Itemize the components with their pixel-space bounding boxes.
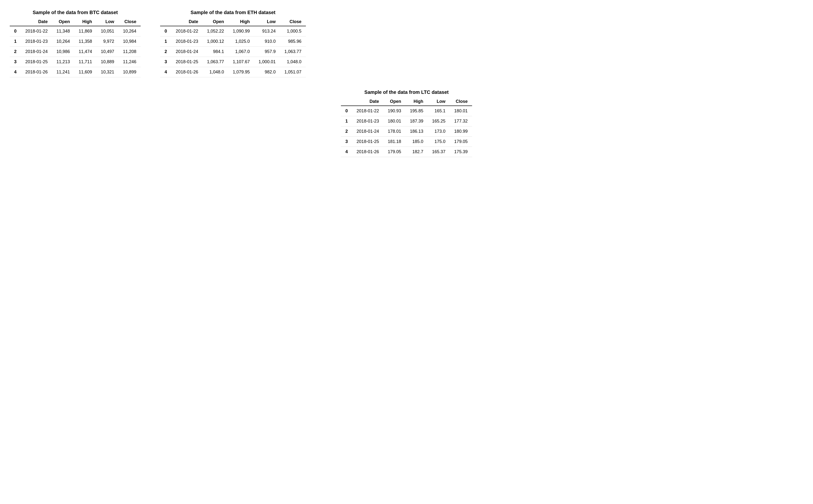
eth-header-row: Date Open High Low Close: [160, 18, 306, 26]
table-cell: 180.01: [383, 116, 405, 126]
table-cell: 11,213: [52, 57, 74, 67]
eth-col-idx: [160, 18, 171, 26]
table-cell: 1,107.67: [229, 57, 254, 67]
table-cell: 1,079.95: [229, 67, 254, 77]
table-cell: 2018-01-22: [352, 106, 383, 116]
table-row: 12018-01-231,000.121,025.0910.0985.96: [160, 36, 306, 47]
table-cell: 2018-01-22: [171, 26, 202, 36]
table-cell: 165.37: [428, 147, 450, 157]
table-cell: 2018-01-26: [352, 147, 383, 157]
table-cell: 2018-01-26: [21, 67, 52, 77]
ltc-title: Sample of the data from LTC dataset: [364, 89, 448, 95]
table-cell: 10,051: [96, 26, 118, 36]
table-cell: 10,497: [96, 47, 118, 57]
table-cell: 913.24: [254, 26, 280, 36]
table-cell: 3: [341, 137, 352, 147]
table-cell: 10,321: [96, 67, 118, 77]
table-cell: 2018-01-24: [21, 47, 52, 57]
table-cell: 1: [341, 116, 352, 126]
table-cell: 3: [10, 57, 21, 67]
btc-tbody: 02018-01-2211,34811,86910,05110,26412018…: [10, 26, 141, 77]
table-cell: 11,609: [74, 67, 96, 77]
table-cell: 11,246: [118, 57, 141, 67]
table-row: 42018-01-261,048.01,079.95982.01,051.07: [160, 67, 306, 77]
btc-col-high: High: [74, 18, 96, 26]
table-cell: 165.25: [428, 116, 450, 126]
table-cell: 4: [160, 67, 171, 77]
ltc-col-idx: [341, 97, 352, 106]
table-cell: 1,063.77: [280, 47, 306, 57]
table-cell: 910.0: [254, 36, 280, 47]
table-cell: 0: [160, 26, 171, 36]
table-cell: 182.7: [405, 147, 428, 157]
table-cell: 2018-01-25: [171, 57, 202, 67]
eth-section: Sample of the data from ETH dataset Date…: [160, 10, 306, 77]
table-row: 32018-01-2511,21311,71110,88911,246: [10, 57, 141, 67]
table-cell: 11,348: [52, 26, 74, 36]
table-cell: 1,052.22: [202, 26, 228, 36]
table-row: 02018-01-2211,34811,86910,05110,264: [10, 26, 141, 36]
table-cell: 9,972: [96, 36, 118, 47]
table-cell: 10,889: [96, 57, 118, 67]
eth-col-close: Close: [280, 18, 306, 26]
eth-title: Sample of the data from ETH dataset: [190, 10, 276, 15]
table-cell: 185.0: [405, 137, 428, 147]
btc-col-date: Date: [21, 18, 52, 26]
table-cell: 1,048.0: [280, 57, 306, 67]
table-cell: 985.96: [280, 36, 306, 47]
ltc-section: Sample of the data from LTC dataset Date…: [341, 89, 472, 157]
table-cell: 179.05: [450, 137, 472, 147]
table-cell: 187.39: [405, 116, 428, 126]
table-cell: 2018-01-23: [352, 116, 383, 126]
table-cell: 2018-01-26: [171, 67, 202, 77]
table-cell: 4: [10, 67, 21, 77]
table-cell: 10,264: [118, 26, 141, 36]
eth-col-open: Open: [202, 18, 228, 26]
table-cell: 173.0: [428, 126, 450, 137]
table-row: 02018-01-22190.93195.85165.1180.01: [341, 106, 472, 116]
bottom-row: Sample of the data from LTC dataset Date…: [10, 89, 803, 157]
table-cell: 3: [160, 57, 171, 67]
ltc-tbody: 02018-01-22190.93195.85165.1180.0112018-…: [341, 106, 472, 157]
btc-header-row: Date Open High Low Close: [10, 18, 141, 26]
table-cell: 181.18: [383, 137, 405, 147]
table-cell: 2018-01-25: [352, 137, 383, 147]
top-row: Sample of the data from BTC dataset Date…: [10, 10, 803, 77]
btc-col-idx: [10, 18, 21, 26]
table-row: 32018-01-251,063.771,107.671,000.011,048…: [160, 57, 306, 67]
table-cell: 1: [160, 36, 171, 47]
table-cell: 0: [10, 26, 21, 36]
eth-table: Date Open High Low Close 02018-01-221,05…: [160, 18, 306, 77]
table-cell: 2018-01-23: [21, 36, 52, 47]
table-row: 32018-01-25181.18185.0175.0179.05: [341, 137, 472, 147]
ltc-col-close: Close: [450, 97, 472, 106]
table-cell: 4: [341, 147, 352, 157]
table-cell: 10,899: [118, 67, 141, 77]
eth-col-date: Date: [171, 18, 202, 26]
table-cell: 2: [160, 47, 171, 57]
eth-tbody: 02018-01-221,052.221,090.99913.241,000.5…: [160, 26, 306, 77]
btc-col-open: Open: [52, 18, 74, 26]
table-cell: 1,000.01: [254, 57, 280, 67]
eth-col-low: Low: [254, 18, 280, 26]
table-cell: 1,025.0: [229, 36, 254, 47]
ltc-col-date: Date: [352, 97, 383, 106]
btc-section: Sample of the data from BTC dataset Date…: [10, 10, 141, 77]
ltc-col-low: Low: [428, 97, 450, 106]
eth-col-high: High: [229, 18, 254, 26]
ltc-col-open: Open: [383, 97, 405, 106]
ltc-table: Date Open High Low Close 02018-01-22190.…: [341, 97, 472, 157]
table-cell: 10,984: [118, 36, 141, 47]
table-row: 42018-01-2611,24111,60910,32110,899: [10, 67, 141, 77]
ltc-header-row: Date Open High Low Close: [341, 97, 472, 106]
table-cell: 1: [10, 36, 21, 47]
page-wrapper: Sample of the data from BTC dataset Date…: [10, 10, 803, 157]
table-cell: 175.39: [450, 147, 472, 157]
table-cell: 10,264: [52, 36, 74, 47]
table-cell: 2018-01-23: [171, 36, 202, 47]
table-cell: 2018-01-24: [352, 126, 383, 137]
table-cell: 186.13: [405, 126, 428, 137]
table-cell: 180.01: [450, 106, 472, 116]
table-cell: 11,474: [74, 47, 96, 57]
table-cell: 2018-01-25: [21, 57, 52, 67]
